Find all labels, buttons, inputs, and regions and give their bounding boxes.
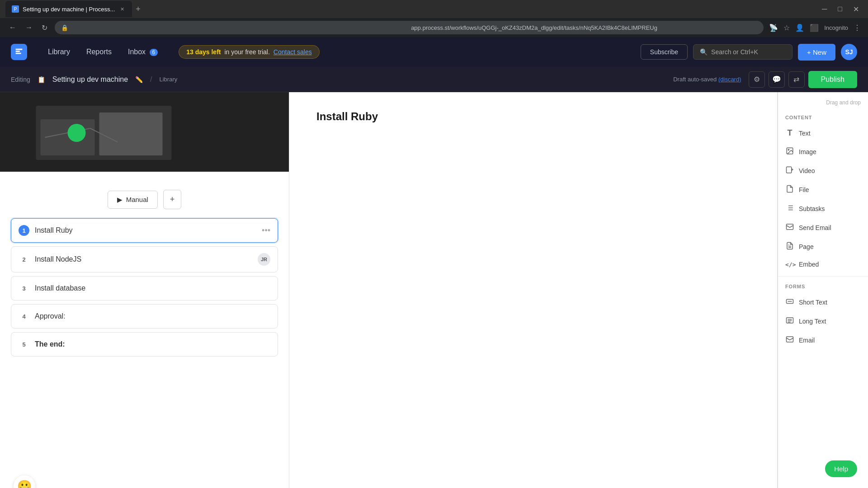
- help-button[interactable]: Help: [825, 460, 857, 477]
- minimize-btn[interactable]: ─: [818, 3, 830, 15]
- task-assignee-avatar: JR: [258, 253, 270, 266]
- embed-icon: </>: [785, 261, 794, 268]
- profile-icon[interactable]: 👤: [795, 23, 804, 32]
- task-content-title: Install Ruby: [316, 110, 750, 123]
- refresh-button[interactable]: ↻: [40, 22, 49, 34]
- left-panel: 😀 ▶ Manual + 1 ••• 2: [0, 92, 289, 488]
- sidebar-label-file: File: [799, 186, 809, 193]
- sidebar-label-video: Video: [799, 167, 815, 174]
- settings-button[interactable]: ⚙: [749, 71, 765, 88]
- task-item[interactable]: 2 Install NodeJS JR: [11, 246, 278, 272]
- main-layout: 😀 ▶ Manual + 1 ••• 2: [0, 92, 868, 488]
- task-item[interactable]: 5 The end:: [11, 332, 278, 357]
- trial-days: 13 days left: [186, 48, 221, 56]
- task-number: 3: [19, 283, 29, 294]
- sidebar-item-short-text[interactable]: Short Text: [778, 293, 868, 312]
- sidebar-item-send-email[interactable]: Send Email: [778, 218, 868, 237]
- sidebar-item-image[interactable]: Image: [778, 142, 868, 161]
- nav-links: Library Reports Inbox 6: [42, 44, 164, 60]
- extension-icon[interactable]: ⬛: [810, 23, 819, 32]
- nav-library[interactable]: Library: [42, 44, 76, 60]
- shuffle-button[interactable]: ⇄: [788, 71, 805, 88]
- svg-rect-2: [787, 167, 792, 173]
- image-icon: [785, 147, 794, 157]
- sidebar-item-email[interactable]: Email: [778, 331, 868, 350]
- active-tab[interactable]: P Setting up dev machine | Process... ✕: [5, 1, 132, 17]
- task-options-icon[interactable]: •••: [262, 226, 270, 235]
- new-button[interactable]: + New: [798, 44, 835, 61]
- inbox-badge: 6: [150, 49, 158, 56]
- sidebar-item-file[interactable]: File: [778, 180, 868, 199]
- url-display: app.process.st/workflows/uQGGj-_oKZ43zDM…: [411, 24, 757, 31]
- task-header: 2 Install NodeJS JR: [11, 247, 278, 272]
- subtasks-icon: [785, 204, 794, 214]
- tasks-area: ▶ Manual + 1 ••• 2 Install NodeJS JR: [0, 172, 289, 371]
- discard-link[interactable]: (discard): [718, 76, 741, 83]
- task-title: Approval:: [35, 312, 270, 320]
- sidebar-label-embed: Embed: [799, 261, 819, 268]
- task-number: 5: [19, 339, 29, 350]
- task-header: 4 Approval:: [11, 305, 278, 328]
- task-header: 1 •••: [11, 219, 278, 242]
- sidebar-item-embed[interactable]: </> Embed: [778, 256, 868, 272]
- content-section-title: CONTENT: [778, 111, 868, 124]
- file-icon: [785, 185, 794, 195]
- back-button[interactable]: ←: [7, 22, 18, 33]
- task-item[interactable]: 4 Approval:: [11, 304, 278, 328]
- library-breadcrumb[interactable]: Library: [159, 76, 177, 83]
- comment-button[interactable]: 💬: [769, 71, 785, 88]
- cast-icon[interactable]: 📡: [769, 23, 778, 32]
- video-icon: [785, 166, 794, 176]
- browser-tabs: P Setting up dev machine | Process... ✕ …: [5, 1, 815, 17]
- nav-reports[interactable]: Reports: [80, 44, 118, 60]
- text-icon: T: [785, 128, 794, 138]
- edit-title-icon[interactable]: ✏️: [135, 76, 143, 83]
- publish-button[interactable]: Publish: [808, 71, 857, 88]
- new-tab-button[interactable]: +: [134, 3, 142, 16]
- bookmark-icon[interactable]: ☆: [783, 23, 790, 32]
- header-tools: ⚙ 💬 ⇄ Publish: [749, 71, 857, 88]
- manual-button[interactable]: ▶ Manual: [108, 191, 158, 209]
- lock-icon: 🔒: [61, 24, 407, 31]
- add-step-button[interactable]: +: [163, 190, 182, 209]
- app-header: Library Reports Inbox 6 13 days left in …: [0, 37, 868, 67]
- contact-sales-link[interactable]: Contact sales: [274, 48, 312, 56]
- task-title: Install database: [35, 284, 270, 292]
- drag-drop-hint: Drag and drop: [778, 99, 868, 111]
- sidebar-item-subtasks[interactable]: Subtasks: [778, 199, 868, 218]
- emoji-badge[interactable]: 😀: [14, 475, 35, 488]
- menu-icon[interactable]: ⋮: [854, 23, 861, 32]
- long-text-icon: [785, 316, 794, 326]
- task-title: Install NodeJS: [35, 255, 252, 263]
- sidebar-divider: [778, 276, 868, 277]
- address-bar: ← → ↻ 🔒 app.process.st/workflows/uQGGj-_…: [0, 18, 868, 37]
- task-item[interactable]: 1 •••: [11, 218, 278, 243]
- header-right: Subscribe 🔍 Search or Ctrl+K + New SJ: [641, 44, 857, 61]
- sidebar-item-video[interactable]: Video: [778, 161, 868, 180]
- task-item[interactable]: 3 Install database: [11, 276, 278, 300]
- sidebar-item-page[interactable]: Page: [778, 237, 868, 256]
- sidebar-item-text[interactable]: T Text: [778, 124, 868, 142]
- tab-close-btn[interactable]: ✕: [118, 5, 126, 13]
- maximize-btn[interactable]: □: [834, 3, 846, 15]
- search-placeholder: Search or Ctrl+K: [711, 48, 758, 56]
- forward-button[interactable]: →: [24, 22, 34, 33]
- forms-section-title: FORMS: [778, 280, 868, 293]
- close-btn[interactable]: ✕: [849, 3, 863, 15]
- sidebar-item-long-text[interactable]: Long Text: [778, 312, 868, 331]
- editing-label: Editing: [11, 76, 30, 83]
- user-avatar[interactable]: SJ: [841, 44, 857, 60]
- address-input[interactable]: 🔒 app.process.st/workflows/uQGGj-_oKZ43z…: [55, 21, 764, 34]
- middle-panel[interactable]: Install Ruby: [289, 92, 778, 488]
- browser-action-icons: 📡 ☆ 👤 ⬛ Incognito ⋮: [769, 23, 861, 32]
- app-logo[interactable]: [11, 44, 27, 60]
- task-number: 2: [19, 254, 29, 265]
- nav-inbox[interactable]: Inbox 6: [122, 44, 164, 60]
- subscribe-button[interactable]: Subscribe: [641, 44, 688, 60]
- page-icon: [785, 242, 794, 252]
- cover-image: [0, 92, 289, 172]
- task-title: The end:: [35, 340, 270, 348]
- sidebar-label-text: Text: [799, 130, 811, 137]
- task-input[interactable]: [35, 226, 256, 235]
- search-box[interactable]: 🔍 Search or Ctrl+K: [693, 44, 793, 60]
